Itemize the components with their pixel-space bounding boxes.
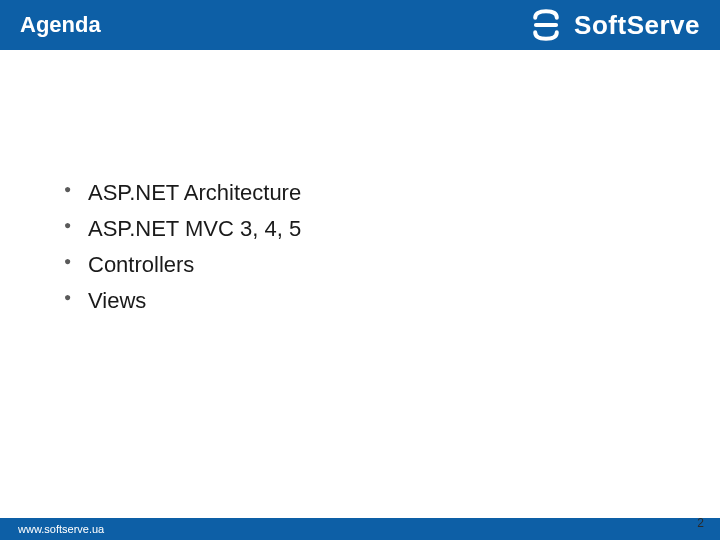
list-item: Views [60,288,660,314]
brand: SoftServe [528,7,700,43]
list-item: ASP.NET Architecture [60,180,660,206]
brand-name: SoftServe [574,10,700,41]
agenda-list: ASP.NET Architecture ASP.NET MVC 3, 4, 5… [60,180,660,314]
list-item: Controllers [60,252,660,278]
list-item: ASP.NET MVC 3, 4, 5 [60,216,660,242]
footer-url: www.softserve.ua [18,523,104,535]
slide-content: ASP.NET Architecture ASP.NET MVC 3, 4, 5… [0,50,720,518]
footer-spacer [682,518,702,540]
softserve-logo-icon [528,7,564,43]
slide-title: Agenda [20,12,101,38]
slide-footer: www.softserve.ua [0,518,720,540]
slide-header: Agenda SoftServe [0,0,720,50]
